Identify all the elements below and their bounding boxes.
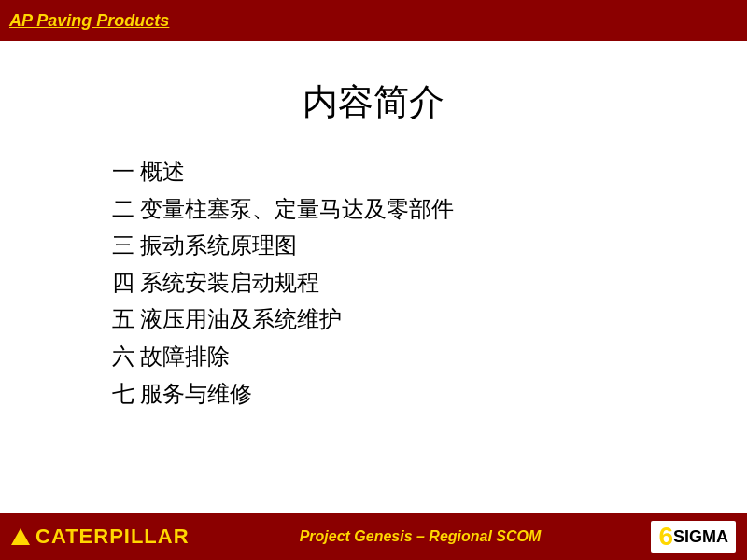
sigma-logo: 6 SIGMA [651,521,736,553]
footer-bar: CATERPILLAR Project Genesis – Regional S… [0,513,747,560]
main-content: 内容简介 一 概述二 变量柱塞泵、定量马达及零部件三 振动系统原理图四 系统安装… [0,41,747,513]
list-item: 四 系统安装启动规程 [112,265,672,302]
list-item: 六 故障排除 [112,339,672,376]
sigma-text: SIGMA [673,528,728,545]
caterpillar-logo: CATERPILLAR [11,525,190,549]
slide-title: 内容简介 [303,78,444,126]
footer-project-text: Project Genesis – Regional SCOM [190,528,652,545]
list-item: 三 振动系统原理图 [112,228,672,265]
header-bar: AP Paving Products [0,0,747,41]
sigma-number: 6 [658,524,673,550]
caterpillar-text: CATERPILLAR [35,525,190,549]
cat-triangle-icon [11,528,30,545]
list-item: 七 服务与维修 [112,376,672,413]
company-title: AP Paving Products [9,11,169,31]
content-list: 一 概述二 变量柱塞泵、定量马达及零部件三 振动系统原理图四 系统安装启动规程五… [112,154,672,413]
list-item: 五 液压用油及系统维护 [112,301,672,339]
list-item: 二 变量柱塞泵、定量马达及零部件 [112,191,672,229]
list-item: 一 概述 [112,154,672,191]
